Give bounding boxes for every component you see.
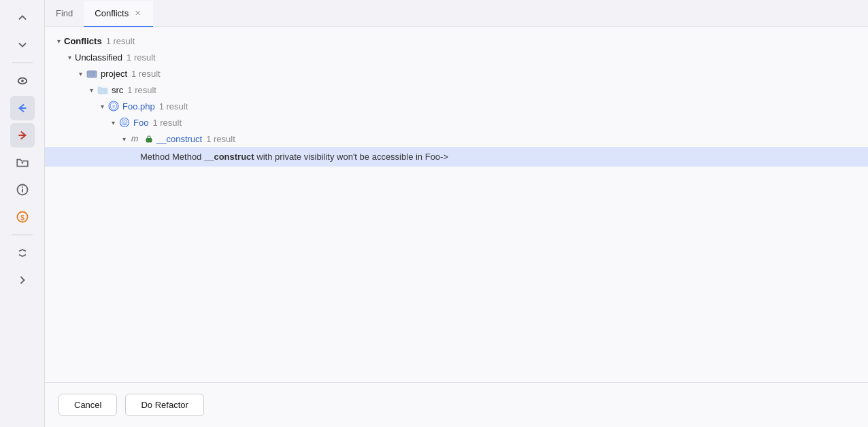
svg-text:©: © bbox=[112, 105, 115, 109]
info-icon[interactable] bbox=[10, 177, 35, 202]
divider-1 bbox=[12, 63, 33, 63]
svg-text:$: $ bbox=[20, 214, 24, 222]
arrow-up-icon[interactable] bbox=[10, 5, 35, 30]
conflicts-count: 1 result bbox=[106, 36, 135, 46]
tree-row-src[interactable]: ▾ src 1 result bbox=[45, 82, 868, 98]
folder-project-icon bbox=[86, 67, 98, 80]
folder-src-icon bbox=[97, 84, 109, 96]
arrow-down-icon[interactable] bbox=[10, 33, 35, 57]
folder-star-icon[interactable]: ✦ bbox=[10, 150, 35, 175]
foo-class-count: 1 result bbox=[152, 118, 182, 128]
conflict-message: Method Method __construct with private v… bbox=[129, 149, 459, 165]
src-count: 1 result bbox=[127, 85, 156, 95]
cancel-button[interactable]: Cancel bbox=[59, 394, 117, 416]
unclassified-label: Unclassified bbox=[75, 52, 122, 63]
foo-php-count: 1 result bbox=[159, 101, 188, 112]
svg-rect-18 bbox=[146, 139, 152, 143]
do-refactor-button[interactable]: Do Refactor bbox=[125, 394, 203, 416]
tree-row-construct[interactable]: ▾ m __construct 1 result bbox=[45, 131, 868, 147]
conflicts-label: Conflicts bbox=[64, 36, 102, 46]
dollar-icon[interactable]: $ bbox=[10, 205, 35, 229]
tab-conflicts[interactable]: Conflicts ✕ bbox=[84, 1, 153, 27]
divider-2 bbox=[12, 235, 33, 235]
unclassified-count: 1 result bbox=[127, 52, 156, 63]
project-count: 1 result bbox=[131, 69, 161, 79]
construct-count: 1 result bbox=[206, 134, 235, 144]
svg-rect-10 bbox=[87, 71, 97, 78]
class-icon: © bbox=[118, 116, 131, 129]
tree-row-foo-php[interactable]: ▾ © Foo.php 1 result bbox=[45, 98, 868, 114]
chevron-conflicts: ▾ bbox=[53, 35, 64, 46]
tree-container[interactable]: ▾ Conflicts 1 result ▾ Unclassified 1 re… bbox=[45, 27, 868, 382]
lock-icon bbox=[143, 133, 155, 145]
src-label: src bbox=[112, 85, 123, 95]
message-bold: __construct bbox=[204, 152, 254, 162]
main-panel: Find Conflicts ✕ ▾ Conflicts 1 result ▾ … bbox=[45, 0, 868, 427]
chevron-src: ▾ bbox=[86, 84, 97, 95]
sidebar: ✦ $ bbox=[0, 0, 45, 427]
message-after: with private visibility won't be accessi… bbox=[254, 152, 448, 162]
eye-icon[interactable] bbox=[10, 69, 35, 93]
tab-close-icon[interactable]: ✕ bbox=[133, 9, 142, 18]
chevron-construct: ▾ bbox=[118, 133, 129, 144]
php-file-icon: © bbox=[107, 100, 120, 112]
tab-conflicts-label: Conflicts bbox=[95, 8, 129, 18]
right-arrow-icon[interactable] bbox=[10, 123, 35, 148]
method-icon: m bbox=[129, 133, 140, 145]
chevron-project: ▾ bbox=[75, 68, 86, 79]
tabs-bar: Find Conflicts ✕ bbox=[45, 0, 868, 27]
tree-row-unclassified[interactable]: ▾ Unclassified 1 result bbox=[45, 49, 868, 65]
construct-label: __construct bbox=[156, 134, 202, 144]
tab-find[interactable]: Find bbox=[45, 1, 84, 27]
tree-row-foo-class[interactable]: ▾ © Foo 1 result bbox=[45, 114, 868, 131]
chevron-unclassified: ▾ bbox=[64, 52, 75, 63]
svg-text:©: © bbox=[123, 121, 126, 125]
foo-class-label: Foo bbox=[133, 118, 148, 128]
tab-find-label: Find bbox=[56, 8, 73, 18]
svg-point-1 bbox=[21, 80, 24, 82]
left-arrow-icon[interactable] bbox=[10, 96, 35, 120]
chevron-foo-php: ▾ bbox=[97, 101, 107, 112]
footer-buttons: Cancel Do Refactor bbox=[45, 382, 868, 427]
tree-row-project[interactable]: ▾ project 1 result bbox=[45, 65, 868, 82]
svg-text:✦: ✦ bbox=[20, 160, 24, 165]
expand-icon[interactable] bbox=[10, 241, 35, 265]
foo-php-label: Foo.php bbox=[122, 101, 155, 112]
tree-row-message[interactable]: Method Method __construct with private v… bbox=[45, 147, 868, 167]
content-area: ▾ Conflicts 1 result ▾ Unclassified 1 re… bbox=[45, 27, 868, 427]
chevron-foo-class: ▾ bbox=[107, 117, 118, 128]
chevron-right-icon[interactable] bbox=[10, 268, 35, 292]
tree-row-conflicts[interactable]: ▾ Conflicts 1 result bbox=[45, 33, 868, 49]
project-label: project bbox=[101, 69, 127, 79]
svg-point-7 bbox=[22, 186, 23, 188]
